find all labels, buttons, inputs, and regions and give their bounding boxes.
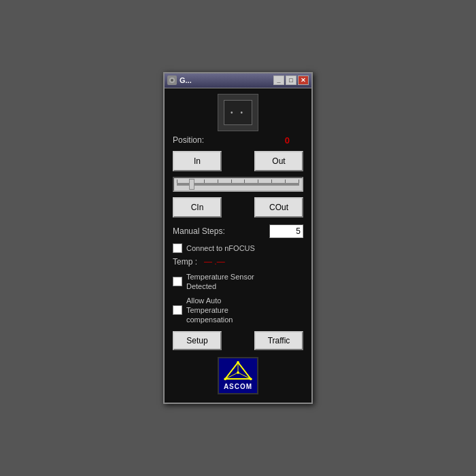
position-row: Position: 0	[173, 135, 303, 146]
ascom-text: ASCOM	[224, 383, 252, 390]
maximize-button[interactable]: □	[286, 75, 296, 85]
allow-auto-row: Allow AutoTemperaturecompensation	[173, 296, 303, 325]
device-image-container	[173, 94, 303, 131]
traffic-button[interactable]: Traffic	[254, 331, 303, 350]
connect-nfocus-row: Connect to nFOCUS	[173, 243, 303, 253]
temp-value: — .—	[204, 257, 225, 267]
cin-cout-row: CIn COut	[173, 197, 303, 218]
cin-button[interactable]: CIn	[173, 197, 222, 218]
cout-button[interactable]: COut	[254, 197, 303, 218]
main-window: G... _ □ ✕ Position: 0 In Out	[163, 72, 313, 405]
in-button[interactable]: In	[173, 151, 222, 171]
manual-steps-row: Manual Steps:	[173, 224, 303, 238]
window-content: Position: 0 In Out	[165, 88, 311, 403]
allow-auto-checkbox[interactable]	[173, 305, 182, 315]
temp-label: Temp :	[173, 257, 197, 267]
temp-row: Temp : — .—	[173, 257, 303, 267]
bottom-btn-row: Setup Traffic	[173, 331, 303, 350]
title-controls: _ □ ✕	[273, 75, 309, 85]
in-out-row: In Out	[173, 151, 303, 171]
slider-thumb[interactable]	[189, 179, 194, 190]
out-button[interactable]: Out	[254, 151, 303, 171]
svg-line-6	[225, 362, 238, 379]
ascom-icon	[223, 361, 253, 381]
window-title: G...	[180, 76, 192, 84]
svg-point-1	[171, 79, 173, 82]
ascom-logo-container: ASCOM	[173, 357, 303, 394]
connect-nfocus-label: Connect to nFOCUS	[186, 243, 255, 253]
manual-steps-label: Manual Steps:	[173, 226, 269, 236]
allow-auto-label: Allow AutoTemperaturecompensation	[186, 296, 233, 325]
manual-steps-input[interactable]	[269, 224, 303, 238]
position-slider[interactable]	[173, 177, 303, 192]
minimize-button[interactable]: _	[273, 75, 284, 85]
connect-nfocus-checkbox[interactable]	[173, 243, 182, 253]
svg-line-7	[238, 362, 251, 379]
position-label: Position:	[173, 135, 204, 145]
close-button[interactable]: ✕	[298, 75, 309, 85]
title-bar: G... _ □ ✕	[165, 73, 311, 88]
setup-button[interactable]: Setup	[173, 331, 222, 350]
app-icon	[167, 75, 177, 85]
device-image	[218, 94, 258, 131]
title-bar-left: G...	[167, 75, 192, 85]
temp-sensor-label: Temperature SensorDetected	[186, 272, 254, 292]
position-value: 0	[285, 135, 290, 146]
slider-track	[177, 183, 299, 186]
temp-sensor-row: Temperature SensorDetected	[173, 272, 303, 292]
temp-sensor-checkbox[interactable]	[173, 277, 182, 286]
ascom-logo: ASCOM	[218, 357, 258, 394]
